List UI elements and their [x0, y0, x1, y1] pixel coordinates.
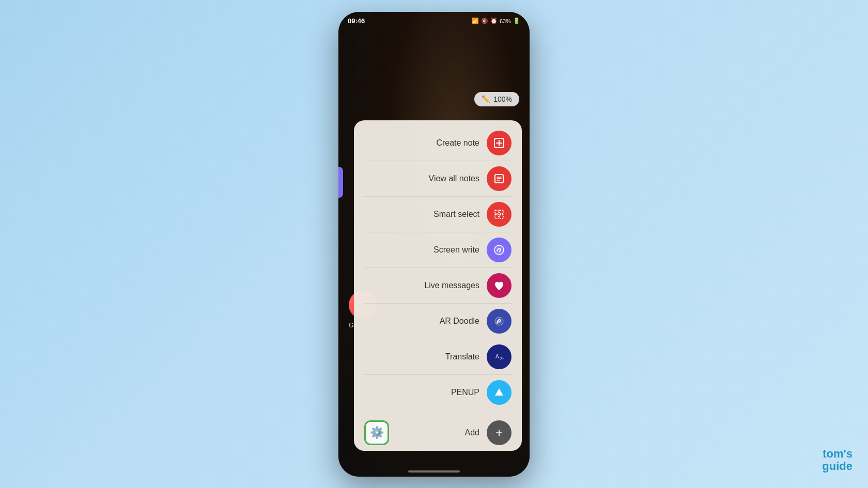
- status-icons: 📶 🔇 ⏰ 63% 🔋: [472, 18, 520, 24]
- svg-point-11: [494, 245, 504, 255]
- settings-icon: ⚙️: [370, 426, 384, 439]
- settings-button[interactable]: ⚙️: [364, 420, 389, 445]
- menu-item-ar-doodle[interactable]: AR Doodle: [354, 304, 522, 339]
- panel-bottom-bar: ⚙️ Add +: [354, 415, 522, 451]
- menu-item-view-all-notes[interactable]: View all notes: [354, 161, 522, 196]
- mute-icon: 🔇: [481, 18, 488, 24]
- ar-doodle-label: AR Doodle: [369, 317, 479, 326]
- add-item-area: Add +: [394, 420, 512, 445]
- spen-battery-indicator: ✏️ 100%: [474, 92, 519, 106]
- ar-doodle-icon: [487, 309, 512, 334]
- svg-rect-10: [500, 215, 503, 218]
- menu-list: Create note View all notes: [354, 120, 522, 415]
- menu-item-smart-select[interactable]: Smart select: [354, 197, 522, 232]
- svg-marker-15: [495, 388, 503, 396]
- air-command-panel: Create note View all notes: [354, 120, 522, 451]
- svg-rect-9: [495, 215, 499, 218]
- menu-item-translate[interactable]: Translate A 가: [354, 339, 522, 374]
- svg-text:가: 가: [500, 356, 504, 361]
- add-plus-icon: +: [495, 426, 503, 440]
- svg-rect-8: [500, 210, 503, 214]
- home-indicator: [408, 470, 460, 473]
- live-messages-icon: [487, 273, 512, 298]
- signal-icon: 📶: [472, 18, 479, 24]
- toms-guide-watermark: tom's guide: [822, 448, 853, 473]
- pen-icon: ✏️: [482, 95, 490, 103]
- toms-guide-line2: guide: [822, 460, 853, 473]
- screen-write-label: Screen write: [369, 245, 479, 255]
- svg-text:A: A: [495, 354, 499, 359]
- penup-icon: [487, 380, 512, 405]
- smart-select-label: Smart select: [369, 210, 479, 219]
- screen-write-icon: [487, 238, 512, 262]
- status-time: 09:46: [348, 17, 365, 25]
- menu-item-create-note[interactable]: Create note: [354, 125, 522, 161]
- phone-frame: 09:46 📶 🔇 ⏰ 63% 🔋 ✏️ 100% Ga... Create n…: [338, 12, 530, 477]
- create-note-label: Create note: [369, 138, 479, 148]
- battery-text: 63%: [500, 18, 511, 24]
- add-label: Add: [465, 428, 479, 437]
- toms-guide-line1: tom's: [822, 448, 853, 460]
- add-icon[interactable]: +: [487, 420, 512, 445]
- view-all-notes-icon: [487, 166, 512, 191]
- battery-icon: 🔋: [513, 18, 520, 24]
- menu-item-live-messages[interactable]: Live messages: [354, 268, 522, 303]
- svg-rect-7: [495, 210, 499, 214]
- translate-icon: A 가: [487, 344, 512, 369]
- alarm-icon: ⏰: [490, 18, 498, 24]
- translate-label: Translate: [369, 352, 479, 361]
- menu-item-penup[interactable]: PENUP: [354, 375, 522, 410]
- penup-label: PENUP: [369, 388, 479, 397]
- spen-battery-percent: 100%: [493, 95, 512, 103]
- svg-point-12: [495, 317, 503, 325]
- live-messages-label: Live messages: [369, 281, 479, 290]
- status-bar: 09:46 📶 🔇 ⏰ 63% 🔋: [338, 12, 530, 27]
- view-all-notes-label: View all notes: [369, 174, 479, 183]
- create-note-icon: [487, 131, 512, 155]
- menu-item-screen-write[interactable]: Screen write: [354, 232, 522, 267]
- smart-select-icon: [487, 202, 512, 227]
- left-accent-strip: [338, 167, 343, 198]
